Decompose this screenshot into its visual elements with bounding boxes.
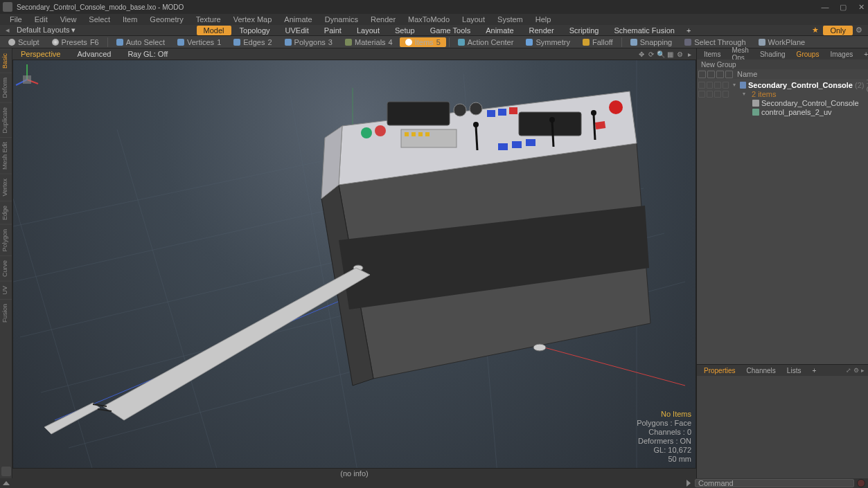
tree-row-uv[interactable]: control_panels_2_uv [697, 107, 868, 116]
menu-texture[interactable]: Texture [191, 15, 227, 24]
rp-tab-images[interactable]: Images [824, 50, 858, 59]
menu-geometry[interactable]: Geometry [144, 15, 188, 24]
workplane-tool[interactable]: WorkPlane [753, 37, 811, 47]
menu-edit[interactable]: Edit [29, 15, 53, 24]
command-input[interactable]: Command [695, 479, 854, 487]
vtab-edge[interactable]: Edge [0, 201, 12, 224]
vtab-curve[interactable]: Curve [0, 255, 12, 281]
tab-model[interactable]: Model [197, 26, 231, 35]
groups-tree[interactable]: ▾ Secondary_Control_Console (2) : Group … [697, 79, 868, 364]
tab-animate[interactable]: Animate [479, 26, 520, 35]
left-tool-strip: Basic Deform Duplicate Mesh Edit Vertex … [0, 48, 12, 478]
tab-topology[interactable]: Topology [233, 26, 277, 35]
snapping-tool[interactable]: Snapping [625, 37, 678, 47]
axis-gizmo-icon[interactable] [13, 60, 41, 88]
viewport-tab-raygl[interactable]: Ray GL: Off [119, 49, 176, 59]
vtab-uv[interactable]: UV [0, 281, 12, 299]
tab-render[interactable]: Render [522, 26, 561, 35]
menu-system[interactable]: System [492, 15, 529, 24]
tab-setup[interactable]: Setup [388, 26, 422, 35]
rp-tab-shading[interactable]: Shading [754, 50, 791, 59]
tree-row-mesh[interactable]: Secondary_Control_Console [697, 98, 868, 107]
cmd-arrow-icon[interactable] [687, 480, 691, 487]
menu-help[interactable]: Help [530, 15, 557, 24]
menu-select[interactable]: Select [83, 15, 116, 24]
default-layouts-dropdown[interactable]: Default Layouts ▾ [12, 25, 80, 35]
lp-more-icon[interactable]: ▸ [861, 367, 865, 374]
maximize-button[interactable]: ▢ [839, 3, 847, 11]
left-strip-slot[interactable] [1, 467, 11, 476]
tab-paint[interactable]: Paint [317, 26, 348, 35]
items-tool[interactable]: Items5 [400, 37, 446, 47]
col-lock-icon[interactable] [707, 71, 715, 78]
only-toggle[interactable]: Only [823, 26, 853, 35]
lp-tab-lists[interactable]: Lists [781, 366, 807, 375]
stat-unit: 50 mm [637, 455, 691, 464]
menu-maxtomodo[interactable]: MaxToModo [402, 15, 455, 24]
rp-tab-groups[interactable]: Groups [791, 50, 825, 59]
menu-item[interactable]: Item [117, 15, 143, 24]
vtab-vertex[interactable]: Vertex [0, 174, 12, 201]
symmetry-tool[interactable]: Symmetry [520, 37, 576, 47]
expand-up-icon[interactable] [3, 481, 10, 485]
tree-row-root[interactable]: ▾ Secondary_Control_Console (2) : Group [697, 80, 868, 89]
record-button[interactable] [857, 479, 865, 487]
lp-tab-add[interactable]: + [806, 366, 822, 375]
favorite-icon[interactable]: ★ [812, 26, 819, 35]
vtab-meshedit[interactable]: Mesh Edit [0, 137, 12, 174]
edges-tool[interactable]: Edges2 [228, 37, 277, 47]
menu-render[interactable]: Render [365, 15, 401, 24]
menu-vertexmap[interactable]: Vertex Map [228, 15, 278, 24]
viewport-3d[interactable]: No Items Polygons : Face Channels : 0 De… [12, 60, 696, 469]
viewport-tab-perspective[interactable]: Perspective [12, 49, 69, 59]
tab-gametools[interactable]: Game Tools [423, 26, 478, 35]
tree-toggle-icon[interactable]: ▾ [733, 82, 738, 88]
vp-move-icon[interactable]: ✥ [637, 51, 645, 58]
add-layout-button[interactable]: + [682, 26, 695, 35]
vtab-duplicate[interactable]: Duplicate [0, 102, 12, 138]
menu-view[interactable]: View [55, 15, 82, 24]
autoselect-tool[interactable]: Auto Select [111, 37, 170, 47]
vp-frame-icon[interactable]: ▦ [666, 51, 674, 58]
menu-file[interactable]: File [4, 15, 28, 24]
vp-rotate-icon[interactable]: ⟳ [647, 51, 655, 58]
lp-tab-properties[interactable]: Properties [698, 366, 741, 375]
tab-uvedit[interactable]: UVEdit [278, 26, 316, 35]
close-button[interactable]: ✕ [857, 3, 865, 11]
menu-animate[interactable]: Animate [278, 15, 317, 24]
sculpt-tool[interactable]: Sculpt [3, 37, 45, 47]
layout-prev-icon[interactable]: ◂ [3, 26, 12, 35]
vtab-deform[interactable]: Deform [0, 73, 12, 102]
lp-gear-icon[interactable]: ⚙ [853, 367, 859, 374]
vp-zoom-icon[interactable]: 🔍 [657, 51, 664, 58]
col-vis-icon[interactable] [698, 71, 706, 78]
lp-expand-icon[interactable]: ⤢ [846, 367, 851, 374]
vtab-basic[interactable]: Basic [0, 48, 12, 73]
vertices-tool[interactable]: Vertices1 [172, 37, 227, 47]
minimize-button[interactable]: — [821, 3, 829, 11]
tab-schematicfusion[interactable]: Schematic Fusion [607, 26, 681, 35]
vtab-fusion[interactable]: Fusion [0, 299, 12, 327]
tab-scripting[interactable]: Scripting [563, 26, 606, 35]
viewport-tab-advanced[interactable]: Advanced [69, 49, 119, 59]
new-group-button[interactable]: New Group [697, 60, 868, 69]
stat-gl: GL: 10,672 [637, 446, 691, 455]
col-sel-icon[interactable] [716, 71, 724, 78]
tree-toggle-icon[interactable]: ▾ [743, 91, 748, 97]
menu-dynamics[interactable]: Dynamics [319, 15, 364, 24]
col-tag-icon[interactable] [725, 71, 733, 78]
materials-tool[interactable]: Materials4 [339, 37, 398, 47]
menu-layout[interactable]: Layout [457, 15, 490, 24]
tab-layout[interactable]: Layout [350, 26, 387, 35]
vp-gear-icon[interactable]: ⚙ [676, 51, 684, 58]
lp-tab-channels[interactable]: Channels [741, 366, 781, 375]
actioncenter-tool[interactable]: Action Center [452, 37, 520, 47]
falloff-tool[interactable]: Falloff [577, 37, 619, 47]
settings-icon[interactable]: ⚙ [856, 26, 862, 35]
rp-tab-items[interactable]: Items [698, 50, 726, 59]
rp-tab-add[interactable]: + [858, 50, 868, 59]
polygons-tool[interactable]: Polygons3 [279, 37, 338, 47]
vp-more-icon[interactable]: ▸ [686, 51, 693, 58]
presets-tool[interactable]: PresetsF6 [46, 37, 105, 47]
vtab-polygon[interactable]: Polygon [0, 224, 12, 256]
